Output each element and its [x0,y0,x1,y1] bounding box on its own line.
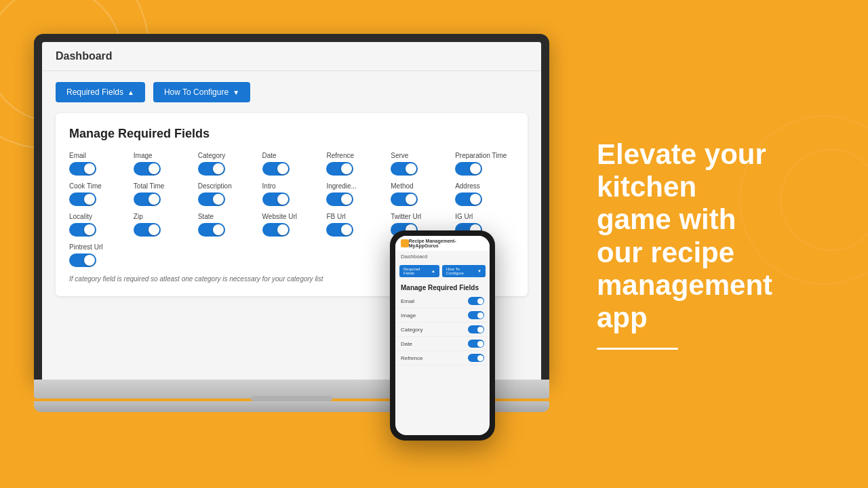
field-item-preparation-time: Preparation Time [455,152,514,176]
how-to-configure-button[interactable]: How To Configure ▼ [153,82,250,102]
phone-required-fields-button[interactable]: Required Fields ▲ [399,265,439,277]
phone-field-date: Date [395,337,490,351]
phone-chevron-down-icon: ▼ [477,269,481,273]
field-label: Cook Time [69,182,128,190]
field-toggle-serve[interactable] [391,162,418,176]
phone-toggle-image[interactable] [468,311,484,319]
required-fields-button[interactable]: Required Fields ▲ [56,82,145,102]
field-item-ingredie...: Ingredie... [326,182,385,206]
field-toggle-locality[interactable] [69,223,96,237]
field-toggle-state[interactable] [198,223,225,237]
chevron-up-icon: ▲ [127,89,134,96]
phone-fields-list: Email Image Category Date Refrence [395,294,490,365]
field-item-serve: Serve [391,152,450,176]
field-item-category: Category [198,152,257,176]
field-item-refrence: Refrence [326,152,385,176]
laptop-notch [251,396,332,401]
field-label: Date [262,152,321,159]
field-item-method: Method [391,182,450,206]
field-item-address: Address [455,182,514,206]
phone-toggle-date[interactable] [468,340,484,348]
field-label: Method [391,182,450,190]
field-toggle-description[interactable] [198,192,225,206]
headline: Elevate your kitchen game with our recip… [597,138,827,335]
phone-chevron-up-icon: ▲ [431,269,435,273]
field-label: Preparation Time [455,152,514,159]
field-label: Address [455,182,514,190]
right-section: Elevate your kitchen game with our recip… [583,0,841,488]
phone-app-title: Recipe Management-MyAppGurus [409,239,484,248]
field-item-zip: Zip [134,213,193,237]
phone-manage-title: Manage Required Fields [395,280,490,294]
field-label: Description [198,182,257,190]
field-label: Serve [391,152,450,159]
phone-field-label: Image [401,312,416,319]
field-toggle-cook-time[interactable] [69,192,96,206]
field-item-intro: Intro [262,182,321,206]
field-label: Refrence [326,152,385,159]
field-item-image: Image [134,152,193,176]
field-item-fb-url: FB Url [326,213,385,237]
dashboard-title: Dashboard [56,50,113,62]
field-toggle-pintrest-url[interactable] [69,253,96,267]
chevron-down-icon: ▼ [233,89,239,96]
dashboard-header: Dashboard [42,42,541,71]
phone-field-image: Image [395,308,490,323]
field-label: Zip [134,213,193,220]
field-toggle-preparation-time[interactable] [455,162,482,176]
field-item-state: State [198,213,257,237]
field-label: Locality [69,213,128,220]
field-label: Image [134,152,193,159]
field-item-website-url: Website Url [262,213,321,237]
field-toggle-email[interactable] [69,162,96,176]
phone-field-label: Refrence [401,355,422,361]
field-toggle-method[interactable] [391,192,418,206]
phone-field-email: Email [395,294,490,308]
field-item-pintrest-url: Pintrest Url [69,243,128,267]
phone-app-icon [401,239,409,247]
field-toggle-total-time[interactable] [134,192,161,206]
button-group: Required Fields ▲ How To Configure ▼ [56,82,528,102]
field-item-email: Email [69,152,128,176]
manage-title: Manage Required Fields [69,127,514,141]
phone-toggle-refrence[interactable] [468,354,484,362]
field-item-cook-time: Cook Time [69,182,128,206]
field-label: IG Url [455,213,514,220]
field-label: Category [198,152,257,159]
left-section: Dashboard Required Fields ▲ How To Confi… [14,20,502,468]
phone-field-label: Email [401,298,414,304]
field-toggle-category[interactable] [198,162,225,176]
field-toggle-ingredie...[interactable] [326,192,353,206]
field-label: Intro [262,182,321,190]
phone-field-category: Category [395,323,490,337]
field-label: State [198,213,257,220]
field-label: Total Time [134,182,193,190]
divider [597,348,678,350]
phone: Recipe Management-MyAppGurus Dashboard R… [390,230,495,441]
field-label: Ingredie... [326,182,385,190]
field-item-locality: Locality [69,213,128,237]
field-label: Twitter Url [391,213,450,220]
field-toggle-date[interactable] [262,162,290,176]
field-toggle-website-url[interactable] [262,223,290,237]
field-toggle-address[interactable] [455,192,482,206]
field-toggle-refrence[interactable] [326,162,353,176]
phone-field-label: Date [401,341,412,347]
field-label: Pintrest Url [69,243,128,251]
phone-how-to-configure-button[interactable]: How To Configure ▼ [442,265,486,277]
phone-status-bar: Recipe Management-MyAppGurus [395,236,490,251]
field-item-description: Description [198,182,257,206]
phone-toggle-category[interactable] [468,325,484,333]
phone-field-label: Category [401,327,422,333]
field-toggle-zip[interactable] [134,223,161,237]
phone-toggle-email[interactable] [468,297,484,305]
field-label: FB Url [326,213,385,220]
field-item-date: Date [262,152,321,176]
phone-button-group: Required Fields ▲ How To Configure ▼ [395,262,490,280]
field-toggle-fb-url[interactable] [326,223,353,237]
field-toggle-image[interactable] [134,162,161,176]
field-label: Website Url [262,213,321,220]
phone-screen: Recipe Management-MyAppGurus Dashboard R… [395,236,490,435]
field-toggle-intro[interactable] [262,192,290,206]
field-label: Email [69,152,128,159]
